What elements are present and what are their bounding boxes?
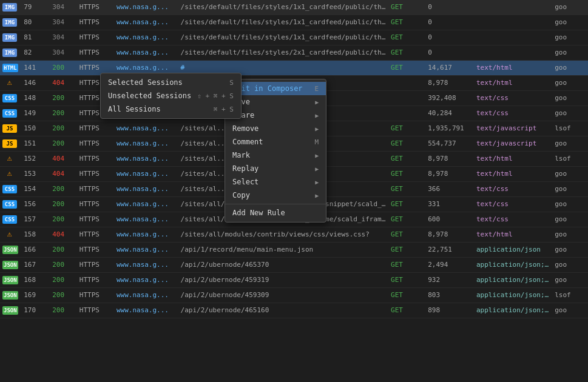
menu-item-mark[interactable]: Mark ▶ (225, 149, 326, 162)
row-result: goo (552, 273, 588, 288)
row-status: 200 (50, 136, 77, 152)
row-type (474, 15, 552, 30)
table-row[interactable]: IMG 82 304 HTTPS www.nasa.g... /sites/de… (0, 45, 588, 61)
row-method: GET (388, 121, 425, 136)
row-icon: JS (0, 136, 21, 152)
row-status: 200 (50, 273, 77, 288)
menu-item-remove[interactable]: Remove ▶ (225, 122, 326, 135)
row-size: 600 (425, 212, 474, 227)
submenu-item-unselected-sessions[interactable]: Unselected Sessions ⇧ + ⌘ + S (101, 89, 241, 102)
row-icon: JSON (0, 303, 21, 318)
row-status: 200 (50, 121, 77, 136)
row-num: 154 (21, 182, 50, 197)
row-num: 167 (21, 258, 50, 273)
row-icon: CSS (0, 106, 21, 121)
row-type: application/json;... (474, 258, 552, 273)
row-size: 803 (425, 288, 474, 303)
row-status: 200 (50, 243, 77, 258)
row-method: GET (388, 45, 425, 61)
table-row[interactable]: IMG 79 304 HTTPS www.nasa.g... /sites/de… (0, 0, 588, 15)
submenu-item-selected-sessions[interactable]: Selected Sessions S (101, 76, 241, 89)
table-row[interactable]: HTML 141 200 HTTPS www.nasa.g... # GET 1… (0, 61, 588, 76)
table-row[interactable]: JSON 167 200 HTTPS www.nasa.g... /api/2/… (0, 258, 588, 273)
row-icon: IMG (0, 45, 21, 61)
table-row[interactable]: JSON 166 200 HTTPS www.nasa.g... /api/1/… (0, 243, 588, 258)
table-row[interactable]: IMG 81 304 HTTPS www.nasa.g... /sites/de… (0, 30, 588, 45)
row-type (474, 45, 552, 61)
row-method: GET (388, 167, 425, 182)
row-host: www.nasa.g... (114, 227, 178, 243)
row-method: GET (388, 197, 425, 212)
row-host: www.nasa.g... (114, 30, 178, 45)
row-result: goo (552, 76, 588, 91)
row-host: www.nasa.g... (114, 167, 178, 182)
row-result: lsof (552, 152, 588, 167)
row-icon: ⚠ (0, 76, 21, 91)
row-type: text/html (474, 61, 552, 76)
row-protocol: HTTPS (77, 121, 114, 136)
row-result: goo (552, 61, 588, 76)
row-num: 82 (21, 45, 50, 61)
row-result: goo (552, 91, 588, 106)
table-row[interactable]: JSON 169 200 HTTPS www.nasa.g... /api/2/… (0, 288, 588, 303)
row-status: 200 (50, 288, 77, 303)
menu-item-add-new-rule[interactable]: Add New Rule (225, 206, 326, 219)
menu-item-replay[interactable]: Replay ▶ (225, 162, 326, 175)
row-status: 200 (50, 212, 77, 227)
row-num: 157 (21, 212, 50, 227)
menu-item-copy[interactable]: Copy ▶ (225, 189, 326, 202)
row-type: text/html (474, 76, 552, 91)
row-host: www.nasa.g... (114, 243, 178, 258)
row-method: GET (388, 30, 425, 45)
row-method: GET (388, 227, 425, 243)
row-path: /sites/all/modules/contrib/views/css/vie… (178, 227, 388, 243)
row-method: GET (388, 212, 425, 227)
submenu-save[interactable]: Selected Sessions S Unselected Sessions … (100, 73, 242, 119)
menu-item-comment[interactable]: Comment M (225, 135, 326, 149)
row-num: 150 (21, 121, 50, 136)
row-status: 404 (50, 76, 77, 91)
table-row[interactable]: JSON 170 200 HTTPS www.nasa.g... /api/2/… (0, 303, 588, 318)
row-icon: CSS (0, 197, 21, 212)
row-num: 80 (21, 15, 50, 30)
row-method (388, 76, 425, 91)
row-type: text/html (474, 227, 552, 243)
row-result: goo (552, 227, 588, 243)
row-result: goo (552, 0, 588, 15)
row-size: 0 (425, 15, 474, 30)
row-num: 156 (21, 197, 50, 212)
row-result: goo (552, 15, 588, 30)
row-icon: CSS (0, 212, 21, 227)
menu-item-select[interactable]: Select ▶ (225, 175, 326, 189)
row-host: www.nasa.g... (114, 197, 178, 212)
row-result: goo (552, 197, 588, 212)
row-host: www.nasa.g... (114, 273, 178, 288)
table-row[interactable]: JSON 168 200 HTTPS www.nasa.g... /api/2/… (0, 273, 588, 288)
row-path: /sites/default/files/styles/2x1_cardfeed… (178, 45, 388, 61)
table-row[interactable]: ⚠ 158 404 HTTPS www.nasa.g... /sites/all… (0, 227, 588, 243)
row-num: 168 (21, 273, 50, 288)
row-status: 304 (50, 15, 77, 30)
row-method (388, 106, 425, 121)
row-num: 169 (21, 288, 50, 303)
row-host: www.nasa.g... (114, 0, 178, 15)
row-icon: ⚠ (0, 227, 21, 243)
row-protocol: HTTPS (77, 243, 114, 258)
row-size: 22,751 (425, 243, 474, 258)
row-status: 200 (50, 61, 77, 76)
row-host: www.nasa.g... (114, 182, 178, 197)
row-icon: JS (0, 121, 21, 136)
row-size: 8,978 (425, 152, 474, 167)
row-icon: ⚠ (0, 167, 21, 182)
table-row[interactable]: IMG 80 304 HTTPS www.nasa.g... /sites/de… (0, 15, 588, 30)
row-path: /api/1/record/menu/main-menu.json (178, 243, 388, 258)
row-host: www.nasa.g... (114, 136, 178, 152)
row-method: GET (388, 288, 425, 303)
menu-separator (225, 204, 326, 204)
row-icon: JSON (0, 288, 21, 303)
submenu-item-all-sessions[interactable]: All Sessions ⌘ + S (101, 102, 241, 116)
row-type: text/css (474, 212, 552, 227)
row-host: www.nasa.g... (114, 303, 178, 318)
row-size: 40,284 (425, 106, 474, 121)
row-type: text/css (474, 106, 552, 121)
